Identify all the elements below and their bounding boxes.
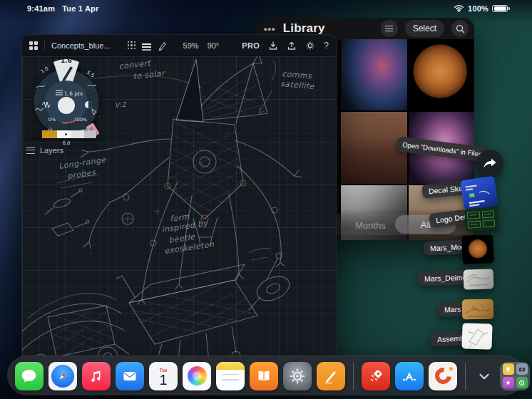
search-button[interactable] <box>451 20 469 37</box>
svg-text:convert: convert <box>118 58 152 71</box>
dock-app-safari[interactable] <box>48 362 77 390</box>
svg-text:to solar: to solar <box>133 68 167 81</box>
window-options-button[interactable]: ••• <box>264 24 276 34</box>
drag-thumbnail-decal-sketches[interactable] <box>460 176 498 210</box>
battery-percent: 100% <box>468 4 488 13</box>
battery-icon <box>492 5 508 13</box>
color-swatch-bar[interactable] <box>28 130 96 138</box>
wifi-icon <box>454 4 464 14</box>
export-icon[interactable] <box>287 41 297 51</box>
dock-app-app-store[interactable] <box>395 362 424 390</box>
canvas-rotation[interactable]: 90° <box>208 41 220 50</box>
dock-app-rocket[interactable] <box>362 362 390 390</box>
layers-panel-icon[interactable] <box>142 43 151 51</box>
app-library-tile-green <box>516 377 528 388</box>
layers-panel-toggle[interactable]: Layers <box>26 146 63 155</box>
zoom-level[interactable]: 59% <box>183 41 199 50</box>
photos-title: Library <box>283 21 325 36</box>
dock-app-photos[interactable] <box>183 362 211 390</box>
vector-pen-icon[interactable] <box>158 41 168 51</box>
drag-thumbnail-assembly[interactable] <box>461 323 492 349</box>
pro-badge[interactable]: PRO <box>242 41 260 50</box>
svg-text:Long-range: Long-range <box>58 155 108 171</box>
svg-text:satellite: satellite <box>280 79 315 91</box>
dock-divider <box>353 363 354 390</box>
drag-thumbnail-logo-detail[interactable] <box>464 207 498 232</box>
app-library-tile-star: ★ <box>503 377 514 388</box>
help-button[interactable]: ? <box>324 41 329 51</box>
selected-color-dot <box>65 133 67 135</box>
gallery-icon[interactable] <box>29 41 38 50</box>
calendar-day: 1 <box>159 373 167 387</box>
music-icon <box>88 368 104 384</box>
app-library-tile-camera <box>516 363 528 375</box>
date: Tue 1 Apr <box>62 4 98 13</box>
dock-app-notes[interactable] <box>216 362 245 390</box>
gear-icon <box>288 367 307 385</box>
safari-icon <box>51 365 74 388</box>
dock-app-books[interactable] <box>250 362 278 390</box>
layers-icon <box>26 147 35 154</box>
forward-arrow-icon <box>483 157 497 169</box>
import-icon[interactable] <box>268 41 278 51</box>
drag-thumbnail-mars-sketch[interactable] <box>462 299 493 320</box>
select-button[interactable]: Select <box>405 20 444 37</box>
ipad-screen: 9:41am Tue 1 Apr 100% ••• Library Select <box>0 0 532 399</box>
concepts-window: convert to solar V:2 comms satellite <box>21 34 337 393</box>
chevron-down-icon <box>476 368 492 384</box>
svg-text:probes: probes <box>67 167 97 181</box>
dock-app-pen[interactable] <box>317 362 345 390</box>
svg-text:V:2: V:2 <box>114 100 126 109</box>
active-tool-size: 1.6 <box>61 57 72 64</box>
drag-thumbnail-mars-model[interactable] <box>461 234 493 264</box>
tool-size-bottom: 6.8 <box>62 140 70 146</box>
dock-app-calendar[interactable]: Tue 1 <box>149 362 178 390</box>
photo-thumbnail-nebula[interactable] <box>341 39 407 110</box>
tool-size-left: 1.0 <box>40 66 50 75</box>
photo-thumbnail-mars-globe[interactable] <box>409 39 474 110</box>
books-icon <box>255 368 272 385</box>
dock-app-music[interactable] <box>82 362 111 390</box>
search-icon <box>456 24 465 33</box>
list-icon <box>385 26 393 31</box>
share-forward-button[interactable] <box>476 150 503 177</box>
precision-menu-icon[interactable] <box>128 41 136 50</box>
app-library-tile-yellow <box>503 363 514 375</box>
mail-icon <box>121 368 138 385</box>
notes-icon <box>216 362 245 370</box>
stroke-size-label: 1.6 pts <box>64 90 83 97</box>
dock-app-library[interactable]: ★ <box>500 362 530 390</box>
dock-app-mail[interactable] <box>116 362 144 390</box>
settings-gear-icon[interactable] <box>305 41 315 51</box>
messages-icon <box>20 367 39 385</box>
app-store-icon <box>400 367 419 385</box>
clock: 9:41am <box>27 4 55 13</box>
rocket-icon <box>367 368 384 385</box>
dock-app-messages[interactable] <box>15 362 44 390</box>
dock-app-concepts[interactable] <box>429 362 457 390</box>
document-title[interactable]: Concepts_blue... <box>51 41 111 50</box>
dock-app-settings[interactable] <box>283 362 312 390</box>
dock: Tue 1 <box>7 356 525 395</box>
opacity-min: 0% <box>48 117 56 123</box>
dock-divider <box>465 363 466 390</box>
view-options-button[interactable] <box>381 20 398 37</box>
drag-thumbnail-mars-deimos[interactable] <box>464 269 494 289</box>
status-bar: 9:41am Tue 1 Apr 100% <box>0 0 532 17</box>
wheel-center-button <box>58 97 75 114</box>
segment-months[interactable]: Months <box>355 220 386 231</box>
photos-flower-icon <box>188 366 207 385</box>
dock-collapse-button[interactable] <box>474 362 495 390</box>
pen-icon <box>322 367 340 385</box>
layers-label: Layers <box>40 146 63 155</box>
